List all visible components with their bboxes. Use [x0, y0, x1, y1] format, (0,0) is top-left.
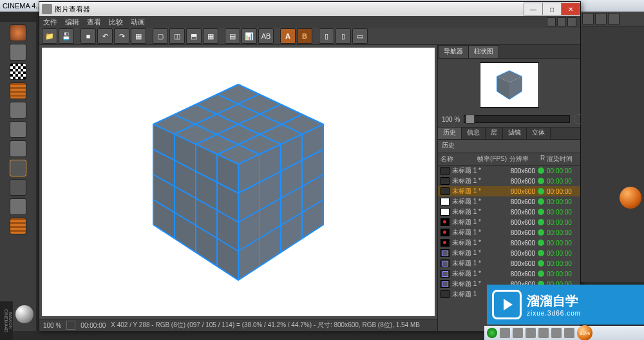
row-swatch-icon: [440, 290, 450, 298]
edge-tool-icon[interactable]: [10, 160, 26, 176]
stop-icon[interactable]: ■: [80, 28, 96, 44]
row-name: 未标题 1 *: [452, 176, 504, 185]
navigator-thumbnail[interactable]: [480, 62, 539, 108]
menu-view[interactable]: 查看: [87, 17, 101, 27]
prev-frame-icon[interactable]: ▯: [319, 28, 334, 44]
pv-titlebar[interactable]: 图片查看器 — □ ✕: [39, 2, 580, 16]
pin-icon[interactable]: [547, 17, 556, 26]
filter-icon[interactable]: ▤: [225, 28, 240, 44]
redo-icon[interactable]: ↷: [114, 28, 129, 44]
dock-icon[interactable]: [557, 17, 566, 26]
menu-edit[interactable]: 编辑: [65, 17, 79, 27]
menu-compare[interactable]: 比较: [109, 17, 123, 27]
tray-icon[interactable]: [500, 328, 510, 338]
play-icon[interactable]: [66, 321, 75, 330]
status-led-icon: [538, 260, 544, 267]
point-tool-icon[interactable]: [10, 121, 26, 138]
status-led-icon: [538, 250, 544, 256]
tray-icon[interactable]: [551, 328, 562, 338]
tray-icon[interactable]: [526, 328, 536, 338]
ab-icon[interactable]: AB: [258, 28, 274, 44]
tab-stereo[interactable]: 立体: [527, 128, 551, 139]
undo-icon[interactable]: ↶: [97, 28, 113, 44]
open-icon[interactable]: 📁: [42, 28, 57, 44]
row-time: 00:00:00: [547, 219, 578, 226]
maximize-button[interactable]: □: [542, 3, 562, 15]
filter2-icon[interactable]: [595, 13, 607, 24]
col-fps[interactable]: 帧率(FPS): [477, 155, 509, 164]
tab-histogram[interactable]: 柱状图: [468, 45, 499, 58]
history-row[interactable]: 未标题 1 *800x60000:00:00: [438, 165, 580, 176]
close-button[interactable]: ✕: [561, 3, 580, 15]
grid-tool-icon[interactable]: [10, 82, 26, 99]
axis-tool-icon[interactable]: [10, 179, 26, 196]
histogram-icon[interactable]: 📊: [242, 28, 257, 44]
history-row[interactable]: 未标题 1 *800x60000:00:00: [438, 227, 580, 238]
col-time[interactable]: 渲染时间: [547, 155, 578, 164]
history-row[interactable]: 未标题 1 *800x60000:00:00: [438, 238, 580, 248]
save-icon[interactable]: 💾: [59, 28, 74, 44]
history-row[interactable]: 未标题 1 *800x60000:00:00: [438, 258, 580, 269]
single-icon[interactable]: ▢: [153, 28, 168, 44]
menu-anim[interactable]: 动画: [131, 17, 145, 27]
row-name: 未标题 1 *: [452, 228, 504, 237]
col-r[interactable]: R: [540, 155, 547, 164]
tray-icon[interactable]: [538, 328, 549, 338]
app-title: CINEMA 4...: [3, 2, 42, 10]
row-swatch-icon: [440, 270, 450, 278]
quad-icon[interactable]: ▦: [203, 28, 218, 44]
split-v-icon[interactable]: ⬒: [186, 28, 202, 44]
status-led-icon: [538, 270, 544, 277]
tray-icon[interactable]: [513, 328, 523, 338]
rendered-cube-icon: [129, 73, 348, 292]
taskbar: 80%: [484, 326, 644, 340]
history-title: 历史: [438, 140, 580, 153]
history-row[interactable]: 未标题 1 *800x60000:00:00: [438, 269, 580, 279]
history-row[interactable]: 未标题 1 *800x60000:00:00: [438, 207, 580, 217]
row-name: 未标题 1 *: [452, 197, 504, 206]
tab-layer[interactable]: 层: [486, 128, 503, 139]
watermark-sub: zixue.3d66.com: [527, 310, 581, 317]
cube-tool-icon[interactable]: [10, 44, 26, 61]
tray-icon[interactable]: [564, 328, 574, 338]
row-res: 800x600: [504, 198, 535, 205]
tab-history[interactable]: 历史: [438, 128, 462, 139]
world-tool-icon[interactable]: [10, 24, 26, 41]
history-row[interactable]: 未标题 1 *800x60000:00:00: [438, 186, 580, 196]
tab-info[interactable]: 信息: [462, 128, 486, 139]
render-canvas[interactable]: [42, 48, 435, 316]
history-row[interactable]: 未标题 1 *800x60000:00:00: [438, 196, 580, 207]
fit-icon[interactable]: ▦: [131, 28, 146, 44]
menu-file[interactable]: 文件: [43, 17, 57, 27]
tab-navigator[interactable]: 导航器: [438, 45, 469, 58]
c4d-right-panel: [581, 12, 644, 282]
minimize-button[interactable]: —: [524, 3, 543, 15]
poly-tool-icon[interactable]: [10, 102, 26, 118]
lock-tool-icon[interactable]: [10, 198, 26, 215]
col-name[interactable]: 名称: [440, 155, 477, 164]
misc-tool-icon[interactable]: [10, 218, 26, 234]
history-row[interactable]: 未标题 1 *800x60000:00:00: [438, 248, 580, 258]
range-icon[interactable]: ▭: [352, 28, 368, 44]
expand-icon[interactable]: [567, 17, 576, 26]
search-icon[interactable]: [582, 13, 594, 24]
zoom-slider[interactable]: [464, 115, 570, 123]
row-swatch-icon: [440, 198, 450, 205]
checker-tool-icon[interactable]: [10, 63, 26, 80]
eye-icon[interactable]: [608, 13, 620, 24]
next-frame-icon[interactable]: ▯: [336, 28, 351, 44]
history-row[interactable]: 未标题 1 *800x60000:00:00: [438, 217, 580, 227]
history-row[interactable]: 未标题 1 *800x60000:00:00: [438, 176, 580, 186]
c4d-tool-sphere-icon[interactable]: [620, 187, 641, 209]
b-button[interactable]: B: [297, 28, 312, 44]
face-tool-icon[interactable]: [10, 140, 26, 157]
tray-percent-orb[interactable]: 80%: [577, 325, 592, 340]
tray-shield-icon[interactable]: [487, 328, 497, 338]
split-h-icon[interactable]: ◫: [169, 28, 185, 44]
row-res: 800x600: [504, 270, 535, 278]
material-sphere-icon[interactable]: [15, 305, 33, 323]
status-led-icon: [538, 219, 544, 225]
col-res[interactable]: 分辨率: [509, 155, 540, 164]
tab-filter[interactable]: 滤镜: [503, 128, 527, 139]
a-button[interactable]: A: [280, 28, 296, 44]
